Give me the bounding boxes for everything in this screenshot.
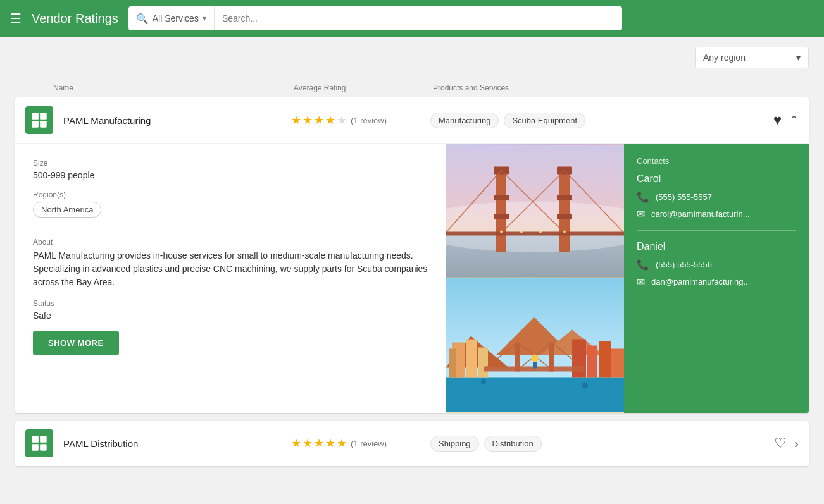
bridge-svg <box>446 144 624 278</box>
email-icon-carol: ✉ <box>637 208 645 220</box>
svg-rect-45 <box>533 362 537 369</box>
stars-2: ★ ★ ★ ★ ★ <box>291 436 347 450</box>
star-3: ★ <box>314 113 324 127</box>
star-2-3: ★ <box>314 436 324 450</box>
contact-name-daniel: Daniel <box>637 241 796 252</box>
star-1: ★ <box>291 113 301 127</box>
city-svg <box>446 278 624 413</box>
tag-shipping: Shipping <box>430 436 479 452</box>
svg-point-23 <box>563 231 566 233</box>
about-text: PAML Manufacturing provides in-house ser… <box>33 249 428 289</box>
search-icon: 🔍 <box>136 13 149 25</box>
svg-rect-13 <box>557 195 572 200</box>
svg-rect-2 <box>32 121 39 128</box>
vendor-logo-icon-2 <box>30 434 48 452</box>
contact-email-daniel: ✉ dan@pamlmanufacturing... <box>637 276 796 288</box>
svg-rect-25 <box>446 378 624 412</box>
star-5: ★ <box>337 113 347 127</box>
expand-button-2[interactable]: › <box>794 436 799 451</box>
svg-rect-1 <box>40 113 46 120</box>
region-tag-north-america: North America <box>33 202 101 218</box>
favorite-button-2[interactable]: ♡ <box>774 435 787 452</box>
vendor-actions: ♥ ⌃ <box>773 112 799 128</box>
contact-phone-daniel-number: (555) 555-5556 <box>656 260 712 269</box>
svg-point-6 <box>446 202 624 252</box>
contact-divider <box>637 230 796 231</box>
col-header-rating: Average Rating <box>294 83 433 92</box>
size-label: Size <box>33 159 428 168</box>
vendor-rating: ★ ★ ★ ★ ★ (1 review) <box>291 113 430 127</box>
vendor-name: PAML Manufacturing <box>63 115 291 126</box>
svg-rect-10 <box>494 214 509 219</box>
svg-rect-30 <box>449 349 456 378</box>
vendor-tags: Manufacturing Scuba Equipment <box>430 113 773 128</box>
svg-rect-11 <box>559 170 570 252</box>
regions-label: Region(s) <box>33 190 428 199</box>
vendor-rating-2: ★ ★ ★ ★ ★ (1 review) <box>291 436 430 450</box>
svg-rect-14 <box>557 214 572 219</box>
contact-phone-carol-number: (555) 555-5557 <box>656 192 712 202</box>
tag-manufacturing: Manufacturing <box>430 113 499 128</box>
svg-rect-49 <box>40 436 46 443</box>
svg-point-21 <box>520 231 523 233</box>
svg-point-47 <box>582 383 588 389</box>
vendor-name-2: PAML Distribution <box>63 438 291 449</box>
star-2-1: ★ <box>291 436 301 450</box>
svg-rect-36 <box>611 349 624 378</box>
svg-point-22 <box>539 231 542 233</box>
contact-email-carol: ✉ carol@pamlmanufacturin... <box>637 208 796 220</box>
svg-rect-48 <box>32 436 39 443</box>
contacts-title: Contacts <box>637 156 796 166</box>
region-dropdown[interactable]: Any region ▾ <box>695 47 809 68</box>
show-more-button[interactable]: SHOW MORE <box>33 331 119 355</box>
contact-email-daniel-address: dan@pamlmanufacturing... <box>651 277 750 286</box>
review-count-2: (1 review) <box>351 439 387 448</box>
collapse-button[interactable]: ⌃ <box>789 113 799 127</box>
star-2-4: ★ <box>325 436 335 450</box>
svg-rect-9 <box>494 195 509 200</box>
star-2-2: ★ <box>303 436 313 450</box>
svg-rect-3 <box>40 121 46 128</box>
svg-rect-34 <box>587 346 597 378</box>
about-label: About <box>33 238 428 247</box>
vendor-card-body: Size 500-999 people Region(s) North Amer… <box>15 144 809 413</box>
svg-rect-7 <box>496 170 506 252</box>
app-header: ☰ Vendor Ratings 🔍 All Services ▾ <box>0 0 824 37</box>
table-header: Name Average Rating Products and Service… <box>0 78 824 97</box>
vendor-card-header-2[interactable]: PAML Distribution ★ ★ ★ ★ ★ (1 review) S… <box>15 421 809 466</box>
menu-icon[interactable]: ☰ <box>10 12 22 25</box>
vendor-logo <box>25 106 53 134</box>
region-dropdown-arrow-icon: ▾ <box>796 52 801 63</box>
email-icon-daniel: ✉ <box>637 276 645 288</box>
service-label: All Services <box>153 13 199 23</box>
dropdown-arrow-icon: ▾ <box>203 14 206 23</box>
vendor-contacts-panel: Contacts Carol 📞 (555) 555-5557 ✉ carol@… <box>624 144 809 413</box>
star-4: ★ <box>325 113 335 127</box>
contact-name-carol: Carol <box>637 173 796 185</box>
stars: ★ ★ ★ ★ ★ <box>291 113 347 127</box>
search-input[interactable] <box>215 13 622 23</box>
vendor-card-paml-distribution: PAML Distribution ★ ★ ★ ★ ★ (1 review) S… <box>15 421 809 466</box>
svg-rect-19 <box>446 232 624 236</box>
tag-distribution: Distribution <box>484 436 542 452</box>
favorite-button[interactable]: ♥ <box>773 112 782 128</box>
search-bar: 🔍 All Services ▾ <box>128 6 622 30</box>
region-label: Any region <box>703 52 746 63</box>
col-header-name: Name <box>15 83 294 92</box>
vendor-image-bridge <box>446 144 624 278</box>
vendor-card-paml-manufacturing: PAML Manufacturing ★ ★ ★ ★ ★ (1 review) … <box>15 97 809 413</box>
app-title: Vendor Ratings <box>32 11 118 26</box>
svg-rect-0 <box>32 113 39 120</box>
service-dropdown[interactable]: 🔍 All Services ▾ <box>128 6 215 30</box>
status-label: Status <box>33 299 428 308</box>
size-value: 500-999 people <box>33 170 428 180</box>
vendor-tags-2: Shipping Distribution <box>430 436 774 452</box>
phone-icon-carol: 📞 <box>637 191 649 203</box>
svg-rect-32 <box>478 348 488 378</box>
filter-bar: Any region ▾ <box>0 37 824 78</box>
tag-scuba: Scuba Equipment <box>504 113 585 128</box>
col-header-services: Products and Services <box>433 83 809 92</box>
status-value: Safe <box>33 310 428 321</box>
vendor-card-header[interactable]: PAML Manufacturing ★ ★ ★ ★ ★ (1 review) … <box>15 97 809 144</box>
svg-rect-51 <box>40 444 46 451</box>
